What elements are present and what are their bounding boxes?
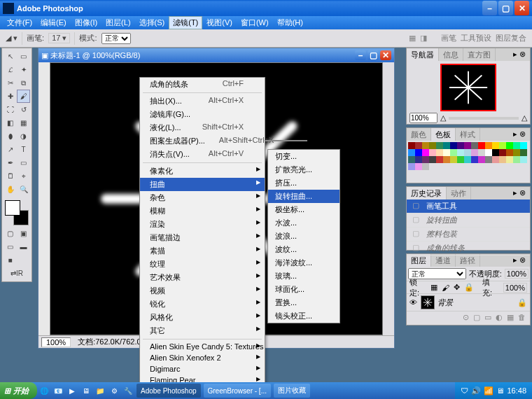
doc-maximize[interactable]: ▢ — [368, 50, 379, 60]
menu-item[interactable]: 切变... — [268, 150, 340, 163]
menu-item[interactable]: 海洋波纹... — [268, 256, 340, 270]
dodge-tool[interactable]: ◑ — [17, 130, 30, 143]
blend-mode-select[interactable]: 正常 — [102, 33, 131, 44]
menu-item[interactable]: 极坐标... — [268, 203, 340, 216]
swatch[interactable] — [513, 149, 520, 156]
lock-paint-icon[interactable]: 🖌 — [442, 284, 449, 292]
tab-layers[interactable]: 图层 — [407, 254, 431, 267]
navigator-thumbnail[interactable] — [440, 64, 496, 111]
doc-minimize[interactable]: – — [355, 50, 366, 60]
zoom-tool[interactable]: 🔍 — [17, 183, 30, 196]
brush-preview-icon[interactable]: ◢ ▾ — [6, 34, 18, 43]
swatch-grid[interactable] — [408, 142, 528, 170]
menu-item[interactable]: 成角的线条Ctrl+F — [140, 78, 265, 91]
menu-item[interactable]: 扭曲 — [140, 178, 265, 191]
ql-icon[interactable]: 🌐 — [38, 384, 50, 397]
layer-row[interactable]: 👁 背景 🔒 — [407, 294, 530, 311]
opacity-value[interactable]: 100% — [505, 269, 528, 279]
palette-well-icon[interactable]: ▦ — [409, 34, 416, 43]
history-item[interactable]: 旋转扭曲 — [407, 214, 530, 227]
layer-trash-icon[interactable]: 🗑 — [518, 313, 526, 323]
menu-item[interactable]: 其它 — [140, 324, 265, 337]
notes-tool[interactable]: 🗒 — [4, 169, 17, 183]
panel-menu-icon[interactable]: ▸ ⊗ — [509, 254, 530, 267]
tray-icon[interactable]: 🔊 — [471, 386, 481, 396]
swatch[interactable] — [408, 163, 415, 170]
swatch[interactable] — [443, 149, 450, 156]
swatch[interactable] — [415, 156, 422, 163]
swatch[interactable] — [499, 142, 506, 149]
menu-item[interactable]: 球面化... — [268, 283, 340, 296]
document-titlebar[interactable]: ▣ 未标题-1 @ 100%(RGB/8) – ▢ ✕ — [38, 48, 394, 62]
tab-actions[interactable]: 动作 — [447, 187, 471, 200]
screenmode-2[interactable]: ▬ — [17, 240, 30, 253]
well-tab-presets[interactable]: 工具预设 — [461, 33, 491, 43]
crop-tool[interactable]: ✂ — [4, 76, 17, 90]
menu-8[interactable]: 帮助(H) — [273, 16, 307, 29]
menu-item[interactable]: Alien Skin Eye Candy 5: Textures — [140, 341, 265, 352]
swatch[interactable] — [506, 142, 513, 149]
swatch[interactable] — [436, 142, 443, 149]
swatch[interactable] — [520, 156, 527, 163]
menu-6[interactable]: 视图(V) — [202, 16, 237, 29]
menu-item[interactable]: 模糊 — [140, 204, 265, 218]
swatch[interactable] — [513, 156, 520, 163]
brush-size[interactable]: 17 ▾ — [48, 33, 70, 43]
swatch[interactable] — [492, 149, 499, 156]
ql-icon[interactable]: ⚙ — [108, 384, 120, 397]
pen-tool[interactable]: ✒ — [4, 156, 17, 169]
menu-item[interactable]: 艺术效果 — [140, 271, 265, 284]
menu-item[interactable]: 抽出(X)...Alt+Ctrl+X — [140, 94, 265, 108]
swatch[interactable] — [408, 156, 415, 163]
menu-item[interactable]: 杂色 — [140, 191, 265, 204]
swatch[interactable] — [408, 142, 415, 149]
toggle-palettes-icon[interactable]: ◨ — [420, 34, 427, 43]
menu-item[interactable]: 液化(L)...Shift+Ctrl+X — [140, 121, 265, 134]
swatch[interactable] — [450, 149, 457, 156]
tab-styles[interactable]: 样式 — [456, 128, 480, 141]
eyedropper-tool[interactable]: ⌖ — [17, 169, 30, 183]
swatch[interactable] — [464, 156, 471, 163]
swatch[interactable] — [429, 149, 436, 156]
menu-item[interactable]: 水波... — [268, 216, 340, 230]
menu-item[interactable]: Digimarc — [140, 363, 265, 374]
screenmode-3[interactable]: ■ — [4, 253, 17, 267]
ql-icon[interactable]: 🖥 — [80, 384, 92, 397]
lock-all-icon[interactable]: 🔒 — [464, 283, 474, 292]
maximize-button[interactable]: ▢ — [498, 1, 513, 15]
swatch[interactable] — [415, 149, 422, 156]
menu-5[interactable]: 滤镜(T) — [169, 16, 202, 29]
menu-item[interactable]: 画笔描边 — [140, 231, 265, 244]
blur-tool[interactable]: ⬮ — [4, 130, 17, 143]
ql-icon[interactable]: ▶ — [66, 384, 78, 397]
taskbar-item[interactable]: 图片收藏 — [274, 384, 310, 398]
zoom-slider[interactable] — [449, 117, 519, 120]
color-swatches[interactable] — [4, 199, 30, 227]
layer-new-icon[interactable]: ▦ — [507, 313, 514, 323]
swatch[interactable] — [415, 163, 422, 170]
tray-icon[interactable]: 🛡 — [461, 386, 468, 395]
taskbar-item[interactable]: Adobe Photoshop — [136, 384, 201, 398]
tab-paths[interactable]: 路径 — [456, 254, 480, 267]
menu-item[interactable]: 挤压... — [268, 176, 340, 190]
ql-icon[interactable]: 📁 — [94, 384, 106, 397]
slice-tool[interactable]: ⧉ — [17, 76, 30, 90]
layer-folder-icon[interactable]: ▭ — [484, 313, 491, 323]
swatch[interactable] — [506, 149, 513, 156]
menu-item[interactable]: 视频 — [140, 284, 265, 298]
swatch[interactable] — [422, 163, 429, 170]
menu-item[interactable]: 镜头校正... — [268, 309, 340, 323]
swatch[interactable] — [457, 156, 464, 163]
shape-tool[interactable]: ▭ — [17, 156, 30, 169]
history-item[interactable]: 擦料包装 — [407, 227, 530, 241]
taskbar-item[interactable]: GreenBrowser - [... — [204, 384, 271, 398]
tab-color[interactable]: 颜色 — [407, 128, 431, 141]
swatch[interactable] — [471, 156, 478, 163]
swatch[interactable] — [457, 142, 464, 149]
stamp-tool[interactable]: ⛶ — [4, 103, 17, 116]
history-brush-tool[interactable]: ↺ — [17, 103, 30, 116]
swatch[interactable] — [506, 156, 513, 163]
menu-item[interactable]: 纹理 — [140, 258, 265, 271]
navigator-zoom-input[interactable] — [410, 113, 438, 123]
menu-2[interactable]: 图像(I) — [71, 16, 102, 29]
